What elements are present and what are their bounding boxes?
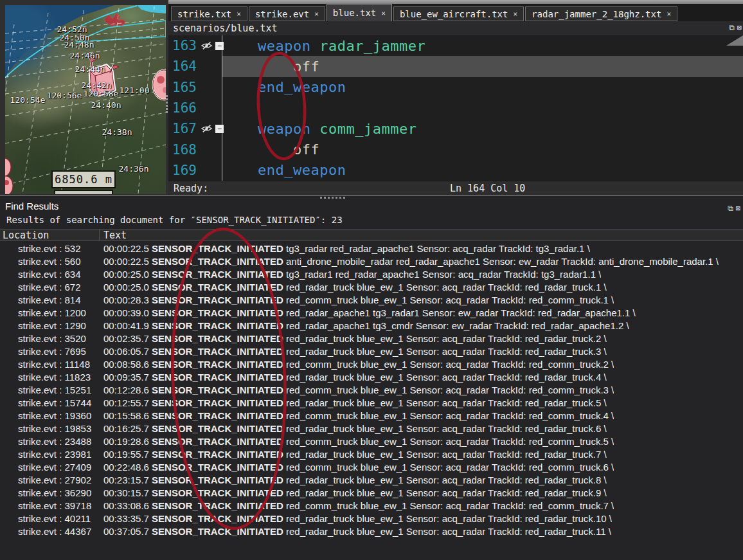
app-window: 24:52n24:50n24:48n24:46n24:44n24:42n24:4…	[0, 0, 743, 560]
result-row[interactable]: strike.evt : 27409 00:22:48.6 SENSOR_TRA…	[0, 460, 743, 473]
result-time: 00:08:58.6	[103, 359, 149, 370]
result-row[interactable]: strike.evt : 40211 00:33:35.7 SENSOR_TRA…	[0, 512, 743, 525]
result-location: strike.evt : 19853	[0, 423, 100, 434]
result-time: 00:00:22.5	[103, 256, 149, 267]
result-row[interactable]: strike.evt : 560 00:00:22.5 SENSOR_TRACK…	[0, 255, 743, 267]
code-text[interactable]: weapon comm_jammer	[222, 118, 743, 139]
result-text: 00:23:15.7 SENSOR_TRACK_INITIATED red_ra…	[100, 474, 607, 485]
map-entity-right	[153, 70, 166, 100]
tab-close-icon[interactable]: ✕	[381, 9, 386, 17]
result-event: SENSOR_TRACK_INITIATED	[149, 294, 283, 305]
result-detail: tg3_radar red_radar_apache1 Sensor: acq_…	[283, 243, 590, 254]
hidden-eye-icon[interactable]	[201, 41, 213, 50]
result-row[interactable]: strike.evt : 39718 00:33:08.6 SENSOR_TRA…	[0, 499, 743, 512]
result-detail: red_comm_truck blue_ew_1 Sensor: acq_rad…	[283, 500, 614, 511]
map-grid-label: 24:44n	[75, 64, 105, 74]
result-time: 00:16:25.7	[103, 423, 149, 434]
code-text[interactable]: weapon radar_jammer	[222, 35, 743, 56]
result-time: 00:37:05.7	[103, 526, 149, 537]
line-gutter: 166 −	[168, 98, 222, 118]
line-gutter: 169 −	[168, 160, 222, 181]
result-row[interactable]: strike.evt : 44367 00:37:05.7 SENSOR_TRA…	[0, 525, 743, 537]
result-event: SENSOR_TRACK_INITIATED	[149, 513, 283, 524]
vertical-splitter-handle[interactable]	[166, 94, 168, 114]
horizontal-splitter-handle[interactable]	[320, 197, 345, 199]
result-row[interactable]: strike.evt : 672 00:00:25.0 SENSOR_TRACK…	[0, 280, 743, 293]
close-panel-icon[interactable]: ⊠	[736, 204, 740, 213]
result-text: 00:19:28.6 SENSOR_TRACK_INITIATED red_co…	[100, 436, 614, 447]
result-text: 00:30:15.7 SENSOR_TRACK_INITIATED red_ra…	[100, 487, 607, 498]
result-row[interactable]: strike.evt : 19853 00:16:25.7 SENSOR_TRA…	[0, 422, 743, 435]
result-row[interactable]: strike.evt : 634 00:00:25.0 SENSOR_TRACK…	[0, 267, 743, 280]
result-time: 00:30:15.7	[103, 487, 149, 498]
result-location: strike.evt : 40211	[0, 513, 100, 524]
map-grid-label: 120:56e	[47, 91, 82, 100]
result-time: 00:00:41.9	[103, 320, 149, 331]
result-event: SENSOR_TRACK_INITIATED	[149, 333, 283, 344]
fold-marker[interactable]: −	[215, 42, 224, 50]
tab-close-icon[interactable]: ✕	[237, 10, 241, 18]
line-number: 167	[172, 121, 201, 136]
code-editor[interactable]: 163 − weapon radar_jammer 164 − off 165	[168, 35, 743, 181]
result-row[interactable]: strike.evt : 23488 00:19:28.6 SENSOR_TRA…	[0, 435, 743, 447]
editor-panel: strike.txt ✕ strike.evt ✕ blue.txt ✕ blu…	[168, 0, 743, 195]
code-text[interactable]: off	[222, 56, 743, 77]
fold-marker[interactable]: −	[215, 125, 224, 133]
breadcrumb-bar: scenarios/blue.txt ⧉⊠	[168, 21, 743, 35]
result-row[interactable]: strike.evt : 11823 00:09:35.7 SENSOR_TRA…	[0, 370, 743, 383]
editor-tab[interactable]: blue_ew_aircraft.txt ✕	[393, 6, 524, 21]
code-line: 169 − end_weapon	[168, 160, 743, 181]
result-row[interactable]: strike.evt : 814 00:00:28.3 SENSOR_TRACK…	[0, 293, 743, 306]
editor-corner-grip-icon	[726, 35, 743, 46]
result-detail: red_radar_truck blue_ew_1 Sensor: acq_ra…	[283, 372, 607, 383]
line-gutter: 164 −	[168, 56, 222, 77]
result-time: 00:00:25.0	[103, 282, 149, 293]
map-grid-label: 120:54e	[10, 95, 46, 105]
result-time: 00:00:39.0	[103, 307, 149, 318]
float-window-icon[interactable]: ⧉	[728, 204, 733, 213]
result-row[interactable]: strike.evt : 7695 00:06:05.7 SENSOR_TRAC…	[0, 345, 743, 357]
editor-tab[interactable]: radar_jammer_2_18ghz.txt ✕	[525, 6, 677, 21]
map-viewport[interactable]: 24:52n24:50n24:48n24:46n24:44n24:42n24:4…	[5, 5, 166, 194]
result-row[interactable]: strike.evt : 23981 00:19:55.7 SENSOR_TRA…	[0, 447, 743, 460]
result-text: 00:19:55.7 SENSOR_TRACK_INITIATED red_ra…	[100, 449, 607, 460]
map-scale-indicator: 6850.6 m	[51, 170, 116, 188]
result-row[interactable]: strike.evt : 19360 00:15:58.6 SENSOR_TRA…	[0, 409, 743, 422]
float-window-icon[interactable]: ⧉	[729, 23, 735, 32]
result-row[interactable]: strike.evt : 15744 00:12:55.7 SENSOR_TRA…	[0, 396, 743, 409]
result-event: SENSOR_TRACK_INITIATED	[149, 474, 283, 485]
editor-tab[interactable]: blue.txt ✕	[327, 4, 392, 21]
result-row[interactable]: strike.evt : 27902 00:23:15.7 SENSOR_TRA…	[0, 473, 743, 486]
code-text[interactable]	[222, 98, 743, 118]
result-row[interactable]: strike.evt : 15251 00:12:28.6 SENSOR_TRA…	[0, 383, 743, 396]
result-detail: red_radar_truck blue_ew_1 Sensor: acq_ra…	[283, 282, 607, 293]
result-time: 00:12:55.7	[103, 397, 149, 408]
code-lines: 163 − weapon radar_jammer 164 − off 165	[168, 35, 743, 181]
result-location: strike.evt : 532	[0, 243, 100, 254]
result-time: 00:15:58.6	[103, 410, 149, 421]
result-location: strike.evt : 23488	[0, 436, 100, 447]
code-line: 163 − weapon radar_jammer	[168, 35, 743, 56]
result-event: SENSOR_TRACK_INITIATED	[149, 410, 283, 421]
result-text: 00:06:05.7 SENSOR_TRACK_INITIATED red_ra…	[100, 346, 607, 357]
tab-close-icon[interactable]: ✕	[513, 10, 517, 18]
result-event: SENSOR_TRACK_INITIATED	[149, 462, 283, 473]
editor-tab[interactable]: strike.evt ✕	[249, 6, 325, 21]
result-row[interactable]: strike.evt : 11148 00:08:58.6 SENSOR_TRA…	[0, 357, 743, 370]
result-row[interactable]: strike.evt : 3520 00:02:35.7 SENSOR_TRAC…	[0, 332, 743, 345]
code-text[interactable]: end_weapon	[222, 160, 743, 181]
code-text[interactable]: end_weapon	[222, 77, 743, 98]
code-text[interactable]: off	[222, 139, 743, 159]
tab-close-icon[interactable]: ✕	[314, 10, 319, 18]
result-row[interactable]: strike.evt : 532 00:00:22.5 SENSOR_TRACK…	[0, 242, 743, 255]
editor-tab[interactable]: strike.txt ✕	[171, 6, 247, 21]
result-row[interactable]: strike.evt : 1290 00:00:41.9 SENSOR_TRAC…	[0, 319, 743, 332]
result-row[interactable]: strike.evt : 36290 00:30:15.7 SENSOR_TRA…	[0, 486, 743, 499]
tab-close-icon[interactable]: ✕	[667, 10, 671, 18]
hidden-eye-icon[interactable]	[201, 124, 213, 133]
map-grid-label: 24:38n	[102, 127, 132, 137]
result-event: SENSOR_TRACK_INITIATED	[149, 282, 283, 293]
close-panel-icon[interactable]: ⊠	[737, 23, 742, 32]
line-number: 168	[172, 142, 201, 158]
result-row[interactable]: strike.evt : 1200 00:00:39.0 SENSOR_TRAC…	[0, 306, 743, 319]
